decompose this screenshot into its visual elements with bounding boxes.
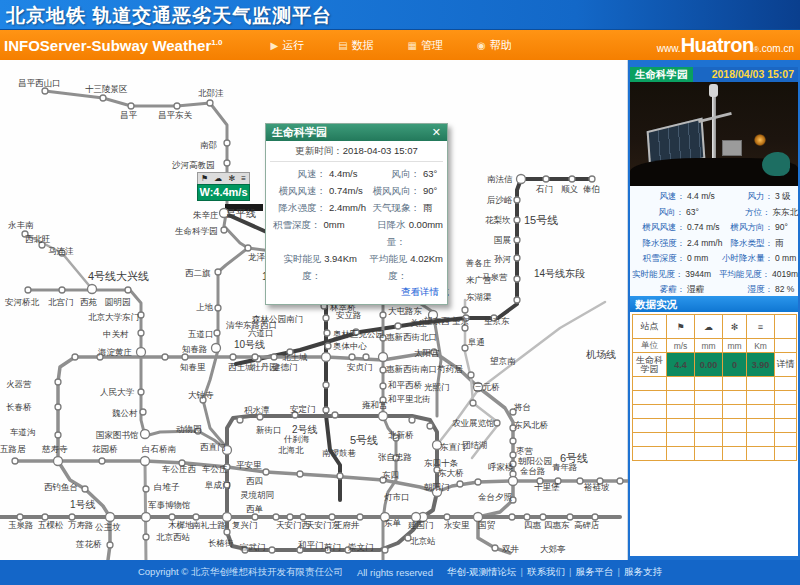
menu-bar: INFOServer-Subway Weather1.0 ▶运行▤数据▦管理◉帮… (0, 30, 800, 60)
station-node[interactable] (271, 354, 277, 360)
station-node[interactable] (252, 354, 258, 360)
station-node[interactable] (143, 486, 149, 492)
station-node[interactable] (325, 343, 331, 349)
station-node[interactable] (215, 269, 221, 275)
station-node[interactable] (297, 471, 303, 477)
station-node[interactable] (138, 330, 144, 336)
station-node[interactable] (509, 514, 515, 520)
station-node[interactable] (323, 407, 329, 413)
station-node[interactable] (245, 245, 251, 251)
station-node[interactable] (215, 305, 221, 311)
station-node[interactable] (492, 545, 498, 551)
station-node[interactable] (128, 103, 134, 109)
station-node[interactable] (141, 430, 150, 439)
station-node[interactable] (382, 547, 388, 553)
station-node[interactable] (107, 542, 113, 548)
station-node[interactable] (25, 287, 31, 293)
station-node[interactable] (514, 237, 520, 243)
close-icon[interactable]: ✕ (432, 126, 441, 139)
station-node[interactable] (470, 400, 476, 406)
station-node[interactable] (12, 458, 18, 464)
station-node[interactable] (221, 227, 227, 233)
menu-item-manage[interactable]: ▦管理 (408, 38, 443, 53)
footer-link[interactable]: 联系我们 (527, 566, 565, 577)
station-node[interactable] (224, 160, 230, 166)
station-node[interactable] (59, 287, 65, 293)
station-node[interactable] (457, 481, 463, 487)
footer-link[interactable]: 服务支持 (624, 566, 662, 577)
menu-item-data[interactable]: ▤数据 (338, 38, 373, 53)
station-node[interactable] (395, 323, 401, 329)
station-node[interactable] (100, 95, 106, 101)
station-node[interactable] (589, 176, 595, 182)
station-node[interactable] (143, 534, 149, 540)
station-node[interactable] (409, 417, 415, 423)
station-node[interactable] (237, 417, 243, 423)
station-node[interactable] (322, 353, 331, 362)
station-node[interactable] (55, 379, 61, 385)
station-node[interactable] (207, 100, 213, 106)
footer-link[interactable]: 华创-观测情论坛 (447, 566, 517, 577)
station-node[interactable] (269, 547, 275, 553)
station-node[interactable] (494, 420, 500, 426)
station-node[interactable] (72, 354, 78, 360)
station-node[interactable] (323, 382, 329, 388)
station-node[interactable] (106, 513, 115, 522)
station-node[interactable] (263, 469, 269, 475)
station-node[interactable] (514, 297, 520, 303)
view-details-link[interactable]: 查看详情 (266, 284, 447, 304)
station-node[interactable] (55, 404, 61, 410)
station-label: 西土城 (228, 362, 254, 372)
station-node[interactable] (214, 330, 220, 336)
station-node[interactable] (332, 412, 338, 418)
station-node[interactable] (162, 354, 168, 360)
station-node[interactable] (99, 458, 105, 464)
menu-item-run[interactable]: ▶运行 (270, 38, 304, 53)
station-node[interactable] (88, 285, 97, 294)
station-node[interactable] (379, 353, 388, 362)
station-node[interactable] (462, 307, 468, 313)
station-node[interactable] (55, 432, 61, 438)
station-node[interactable] (323, 315, 329, 321)
station-node[interactable] (224, 140, 230, 146)
station-node[interactable] (174, 103, 180, 109)
station-node[interactable] (468, 372, 474, 378)
station-node[interactable] (380, 383, 386, 389)
station-node[interactable] (569, 176, 575, 182)
station-node[interactable] (337, 473, 343, 479)
station-node[interactable] (380, 312, 386, 318)
station-node[interactable] (212, 344, 221, 353)
station-node[interactable] (349, 354, 355, 360)
footer-link[interactable]: 服务平台 (576, 566, 614, 577)
details-link[interactable]: 详情 (775, 353, 797, 377)
station-node[interactable] (509, 477, 518, 486)
station-node[interactable] (125, 287, 131, 293)
station-node[interactable] (141, 457, 150, 466)
station-node[interactable] (54, 457, 63, 466)
station-node[interactable] (324, 330, 330, 336)
station-node[interactable] (517, 175, 526, 184)
station-node[interactable] (137, 348, 146, 357)
station-node[interactable] (182, 354, 188, 360)
station-node[interactable] (514, 276, 520, 282)
menu-item-help[interactable]: ◉帮助 (477, 38, 512, 53)
station-node[interactable] (363, 354, 369, 360)
station-node[interactable] (82, 486, 88, 492)
station-node[interactable] (514, 197, 520, 203)
station-node[interactable] (475, 479, 481, 485)
station-node[interactable] (510, 438, 516, 444)
station-weather-marker[interactable]: ⚑☁✻≡ W:4.4m/s (197, 172, 250, 201)
station-node[interactable] (42, 88, 48, 94)
station-node[interactable] (514, 255, 520, 261)
station-node[interactable] (577, 478, 583, 484)
station-node[interactable] (140, 409, 146, 415)
station-node[interactable] (514, 217, 520, 223)
station-node[interactable] (138, 389, 144, 395)
station-node[interactable] (617, 478, 623, 484)
station-node[interactable] (427, 423, 433, 429)
station-node[interactable] (543, 176, 549, 182)
station-node[interactable] (142, 513, 151, 522)
detail-value: 0.74 m/s (685, 220, 722, 236)
station-node[interactable] (379, 412, 388, 421)
station-node[interactable] (230, 354, 236, 360)
